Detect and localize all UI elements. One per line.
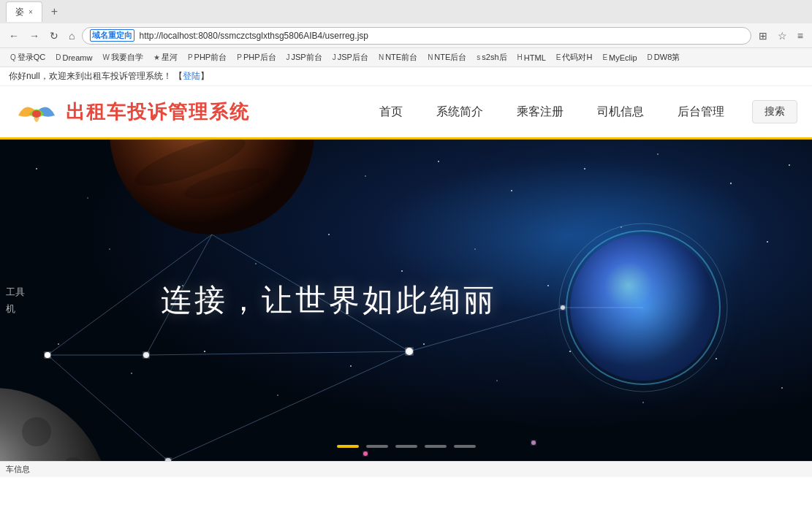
bookmark-s2sh[interactable]: s s2sh后 bbox=[472, 50, 511, 64]
svg-point-25 bbox=[767, 241, 768, 243]
svg-point-9 bbox=[365, 175, 365, 176]
dot-5[interactable] bbox=[454, 445, 476, 448]
bookmark-label-7: JSP后台 bbox=[338, 52, 368, 63]
bookmark-php-front[interactable]: P PHP前台 bbox=[183, 50, 231, 64]
bookmark-woyao[interactable]: W 我要自学 bbox=[98, 50, 147, 64]
bookmark-icon-1: D bbox=[56, 53, 61, 61]
svg-point-10 bbox=[438, 161, 439, 162]
tab-bar: 姿 × + bbox=[0, 0, 812, 23]
search-button[interactable]: 搜索 bbox=[752, 100, 797, 123]
svg-point-32 bbox=[496, 380, 498, 381]
svg-point-1 bbox=[32, 110, 41, 118]
status-bar: 车信息 bbox=[0, 461, 812, 477]
bookmark-label-10: s2sh后 bbox=[482, 52, 506, 63]
tab-close-icon[interactable]: × bbox=[29, 8, 33, 16]
bookmark-label-4: PHP前台 bbox=[194, 52, 227, 63]
nav-admin[interactable]: 后台管理 bbox=[672, 102, 730, 123]
bookmark-icon-6: J bbox=[287, 53, 290, 61]
bookmark-label-0: 登录QC bbox=[18, 52, 46, 63]
bookmark-label-5: PHP后台 bbox=[243, 52, 276, 63]
nav-menu: 首页 系统简介 乘客注册 司机信息 后台管理 搜索 bbox=[250, 100, 797, 123]
bookmarks-bar: Q 登录QC D Dreamw W 我要自学 ★ 星河 P PHP前台 P PH… bbox=[0, 48, 812, 67]
star-icon[interactable]: ☆ bbox=[775, 28, 790, 43]
bookmark-login[interactable]: Q 登录QC bbox=[6, 50, 50, 64]
dot-3[interactable] bbox=[395, 445, 417, 448]
address-bar[interactable]: 域名重定向 http://localhost:8080/ssmczctsglxt… bbox=[82, 27, 751, 45]
bookmark-myeclip[interactable]: E MyEclip bbox=[598, 52, 641, 64]
svg-point-62 bbox=[45, 352, 50, 358]
bookmark-label-12: 代码对H bbox=[562, 52, 592, 63]
bookmark-icon-11: H bbox=[517, 53, 523, 61]
bookmark-label-11: HTML bbox=[524, 53, 546, 62]
bookmark-icon-3: ★ bbox=[153, 53, 160, 61]
svg-point-26 bbox=[58, 343, 59, 345]
dot-4[interactable] bbox=[425, 445, 447, 448]
svg-point-27 bbox=[131, 373, 132, 374]
svg-point-29 bbox=[277, 394, 278, 395]
bookmark-icon-10: s bbox=[477, 53, 480, 61]
forward-button[interactable]: → bbox=[26, 28, 42, 43]
sidebar-text-machine: 机 bbox=[6, 300, 25, 317]
svg-point-18 bbox=[255, 263, 256, 264]
bookmark-icon-8: N bbox=[379, 53, 384, 61]
bookmark-jsp-back[interactable]: J JSP后台 bbox=[328, 50, 373, 64]
nav-passenger-reg[interactable]: 乘客注册 bbox=[511, 102, 569, 123]
nav-home[interactable]: 首页 bbox=[373, 102, 409, 123]
home-button[interactable]: ⌂ bbox=[66, 28, 77, 43]
nav-bar: ← → ↻ ⌂ 域名重定向 http://localhost:8080/ssmc… bbox=[0, 23, 812, 48]
svg-point-61 bbox=[143, 352, 149, 358]
bookmark-label-9: NTE后台 bbox=[434, 52, 466, 63]
bookmark-icon-5: P bbox=[237, 53, 242, 61]
bookmark-nte-back[interactable]: N NTE后台 bbox=[423, 50, 471, 64]
bookmark-icon-4: P bbox=[188, 53, 193, 61]
svg-point-5 bbox=[87, 197, 88, 199]
svg-point-31 bbox=[423, 343, 425, 345]
svg-point-11 bbox=[511, 190, 512, 191]
info-text: 你好null，欢迎来到出租车投诉管理系统！ bbox=[9, 71, 172, 81]
bookmark-nte-front[interactable]: N NTE前台 bbox=[374, 50, 422, 64]
hero-banner: 工具 机 连接，让世界如此绚丽 bbox=[0, 140, 812, 461]
domain-label: 域名重定向 bbox=[90, 29, 134, 42]
svg-point-45 bbox=[22, 417, 51, 446]
bookmark-dw8[interactable]: D DW8第 bbox=[643, 50, 685, 64]
bookmark-label-14: DW8第 bbox=[654, 52, 680, 63]
bookmark-php-back[interactable]: P PHP后台 bbox=[232, 50, 280, 64]
bookmark-xinghe[interactable]: ★ 星河 bbox=[149, 50, 182, 64]
svg-point-67 bbox=[531, 441, 536, 445]
svg-point-30 bbox=[350, 365, 352, 367]
info-bar: 你好null，欢迎来到出租车投诉管理系统！ 【登陆】 bbox=[0, 67, 812, 86]
active-tab[interactable]: 姿 × bbox=[6, 1, 42, 22]
login-link[interactable]: 登陆 bbox=[183, 71, 200, 81]
bookmark-icon-0: Q bbox=[10, 53, 16, 61]
bookmark-dreamw[interactable]: D Dreamw bbox=[51, 52, 96, 64]
svg-point-14 bbox=[730, 183, 732, 184]
svg-point-21 bbox=[474, 248, 476, 250]
bookmark-code[interactable]: E 代码对H bbox=[552, 50, 597, 64]
svg-point-15 bbox=[789, 164, 790, 166]
nav-system-intro[interactable]: 系统简介 bbox=[430, 102, 489, 123]
svg-point-66 bbox=[363, 451, 368, 456]
svg-point-13 bbox=[657, 153, 659, 155]
bookmark-label-2: 我要自学 bbox=[111, 52, 143, 63]
dot-1[interactable] bbox=[337, 445, 359, 448]
bookmark-html[interactable]: H HTML bbox=[513, 52, 550, 64]
bookmark-label-6: JSP前台 bbox=[292, 52, 322, 63]
menu-icon[interactable]: ≡ bbox=[794, 28, 806, 43]
svg-point-63 bbox=[406, 348, 413, 355]
extensions-icon[interactable]: ⊞ bbox=[756, 28, 770, 43]
refresh-button[interactable]: ↻ bbox=[47, 28, 61, 43]
logo-area: 出租车投诉管理系统 bbox=[15, 94, 250, 130]
bookmark-jsp-front[interactable]: J JSP前台 bbox=[282, 50, 327, 64]
bookmark-icon-9: N bbox=[428, 53, 433, 61]
bookmark-icon-7: J bbox=[333, 53, 336, 61]
dot-2[interactable] bbox=[366, 445, 388, 448]
status-text: 车信息 bbox=[6, 464, 30, 475]
bookmark-label-1: Dreamw bbox=[63, 53, 93, 62]
logo-svg-icon bbox=[15, 94, 58, 130]
hero-title: 连接，让世界如此绚丽 bbox=[161, 283, 497, 317]
back-button[interactable]: ← bbox=[6, 28, 22, 43]
svg-point-64 bbox=[561, 305, 565, 310]
nav-driver-info[interactable]: 司机信息 bbox=[591, 102, 650, 123]
new-tab-button[interactable]: + bbox=[45, 2, 64, 21]
bookmark-icon-13: E bbox=[602, 53, 607, 61]
